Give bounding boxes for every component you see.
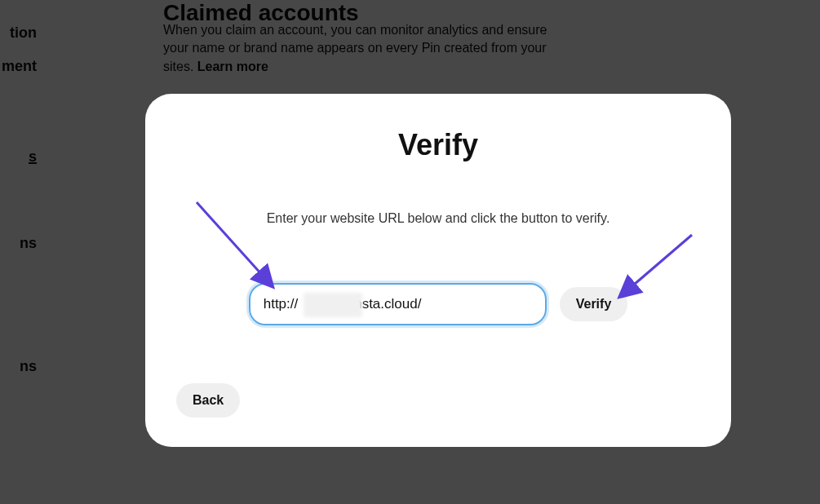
url-input-wrapper[interactable] bbox=[249, 283, 547, 325]
verify-button[interactable]: Verify bbox=[560, 287, 628, 321]
modal-title: Verify bbox=[175, 128, 702, 162]
back-button[interactable]: Back bbox=[176, 383, 240, 418]
modal-description: Enter your website URL below and click t… bbox=[175, 211, 702, 226]
input-row: Verify bbox=[175, 283, 702, 325]
censored-subdomain bbox=[304, 293, 362, 317]
verify-modal: Verify Enter your website URL below and … bbox=[145, 94, 731, 447]
